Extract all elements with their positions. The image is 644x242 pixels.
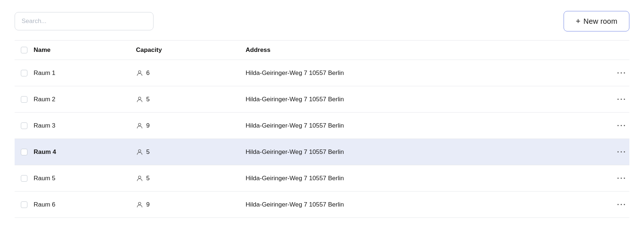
row-checkbox[interactable] bbox=[21, 122, 27, 129]
person-icon bbox=[136, 201, 143, 208]
capacity-value: 5 bbox=[146, 175, 149, 182]
row-address: Hilda-Geiringer-Weg 7 10557 Berlin bbox=[246, 141, 607, 163]
row-name: Raum 3 bbox=[34, 115, 136, 137]
row-checkbox-cell bbox=[15, 115, 34, 136]
row-more-menu[interactable]: ··· bbox=[607, 200, 629, 209]
row-checkbox[interactable] bbox=[21, 149, 27, 155]
row-capacity: 6 bbox=[136, 62, 246, 84]
rooms-table: Name Capacity Address Raum 1 6 Hilda-Gei… bbox=[15, 40, 629, 218]
row-more-menu[interactable]: ··· bbox=[607, 95, 629, 103]
table-row: Raum 4 5 Hilda-Geiringer-Weg 7 10557 Ber… bbox=[15, 139, 629, 165]
row-checkbox[interactable] bbox=[21, 70, 27, 76]
row-capacity: 9 bbox=[136, 194, 246, 216]
person-icon bbox=[136, 122, 143, 129]
table-header: Name Capacity Address bbox=[15, 41, 629, 60]
header-address: Address bbox=[246, 46, 607, 54]
table-row: Raum 1 6 Hilda-Geiringer-Weg 7 10557 Ber… bbox=[15, 60, 629, 86]
capacity-value: 9 bbox=[146, 122, 149, 129]
row-capacity: 5 bbox=[136, 141, 246, 163]
table-row: Raum 5 5 Hilda-Geiringer-Weg 7 10557 Ber… bbox=[15, 165, 629, 192]
row-address: Hilda-Geiringer-Weg 7 10557 Berlin bbox=[246, 167, 607, 189]
svg-point-0 bbox=[139, 71, 141, 73]
row-checkbox[interactable] bbox=[21, 175, 27, 182]
row-name: Raum 1 bbox=[34, 62, 136, 84]
table-row: Raum 6 9 Hilda-Geiringer-Weg 7 10557 Ber… bbox=[15, 192, 629, 218]
new-room-label: New room bbox=[583, 17, 617, 26]
row-more-menu[interactable]: ··· bbox=[607, 174, 629, 182]
row-capacity: 5 bbox=[136, 88, 246, 110]
row-more-menu[interactable]: ··· bbox=[607, 148, 629, 156]
row-address: Hilda-Geiringer-Weg 7 10557 Berlin bbox=[246, 115, 607, 137]
row-name: Raum 2 bbox=[34, 88, 136, 110]
row-name: Raum 6 bbox=[34, 194, 136, 216]
table-row: Raum 2 5 Hilda-Geiringer-Weg 7 10557 Ber… bbox=[15, 86, 629, 113]
row-name: Raum 5 bbox=[34, 167, 136, 189]
select-all-checkbox[interactable] bbox=[21, 47, 27, 53]
table-body: Raum 1 6 Hilda-Geiringer-Weg 7 10557 Ber… bbox=[15, 60, 629, 218]
row-capacity: 9 bbox=[136, 115, 246, 137]
capacity-value: 5 bbox=[146, 148, 149, 156]
svg-point-1 bbox=[139, 97, 141, 99]
row-checkbox-cell bbox=[15, 141, 34, 163]
row-checkbox-cell bbox=[15, 63, 34, 84]
person-icon bbox=[136, 69, 143, 77]
svg-point-5 bbox=[139, 202, 141, 205]
row-checkbox[interactable] bbox=[21, 96, 27, 103]
row-capacity: 5 bbox=[136, 167, 246, 189]
plus-icon: + bbox=[576, 16, 580, 26]
new-room-button[interactable]: + New room bbox=[564, 11, 629, 31]
svg-point-2 bbox=[139, 123, 141, 126]
capacity-value: 5 bbox=[146, 96, 149, 103]
header-capacity: Capacity bbox=[136, 46, 246, 54]
table-row: Raum 3 9 Hilda-Geiringer-Weg 7 10557 Ber… bbox=[15, 113, 629, 139]
row-checkbox-cell bbox=[15, 168, 34, 189]
toolbar: + New room bbox=[15, 11, 629, 31]
row-address: Hilda-Geiringer-Weg 7 10557 Berlin bbox=[246, 88, 607, 110]
row-more-menu[interactable]: ··· bbox=[607, 121, 629, 130]
row-name: Raum 4 bbox=[34, 141, 136, 163]
row-checkbox-cell bbox=[15, 194, 34, 215]
row-checkbox-cell bbox=[15, 89, 34, 110]
person-icon bbox=[136, 96, 143, 103]
capacity-value: 6 bbox=[146, 69, 149, 77]
person-icon bbox=[136, 175, 143, 182]
row-address: Hilda-Geiringer-Weg 7 10557 Berlin bbox=[246, 62, 607, 84]
row-address: Hilda-Geiringer-Weg 7 10557 Berlin bbox=[246, 194, 607, 216]
capacity-value: 9 bbox=[146, 201, 149, 208]
row-more-menu[interactable]: ··· bbox=[607, 69, 629, 77]
svg-point-4 bbox=[139, 176, 141, 178]
header-name: Name bbox=[34, 46, 136, 54]
svg-point-3 bbox=[139, 150, 141, 152]
person-icon bbox=[136, 148, 143, 156]
header-checkbox-cell bbox=[15, 47, 34, 53]
search-input[interactable] bbox=[15, 12, 154, 30]
row-checkbox[interactable] bbox=[21, 201, 27, 208]
